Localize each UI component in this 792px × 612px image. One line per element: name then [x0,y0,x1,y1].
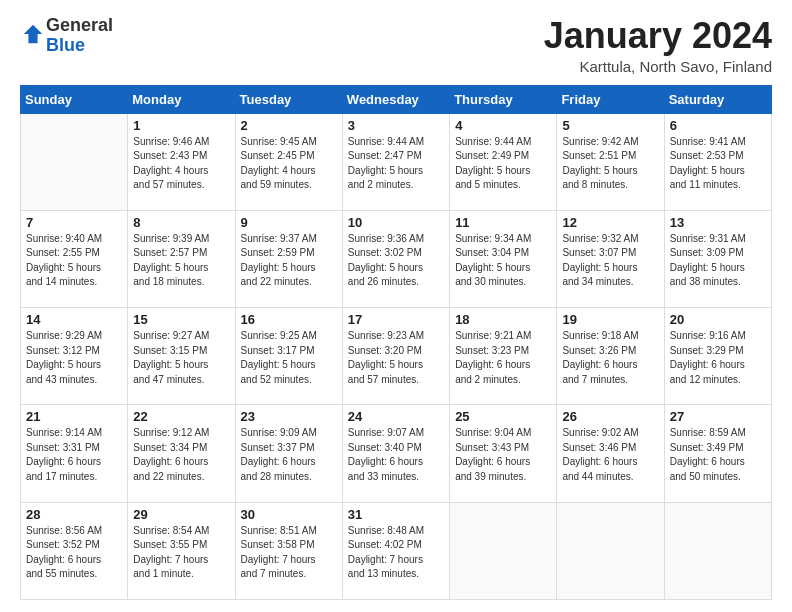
day-number: 11 [455,215,551,230]
table-row: 21Sunrise: 9:14 AM Sunset: 3:31 PM Dayli… [21,405,128,502]
day-number: 10 [348,215,444,230]
day-number: 6 [670,118,766,133]
day-number: 17 [348,312,444,327]
header: General Blue January 2024 Karttula, Nort… [20,16,772,75]
col-tuesday: Tuesday [235,85,342,113]
day-info: Sunrise: 9:32 AM Sunset: 3:07 PM Dayligh… [562,232,658,290]
location: Karttula, North Savo, Finland [544,58,772,75]
day-number: 8 [133,215,229,230]
day-info: Sunrise: 9:14 AM Sunset: 3:31 PM Dayligh… [26,426,122,484]
day-info: Sunrise: 9:45 AM Sunset: 2:45 PM Dayligh… [241,135,337,193]
day-info: Sunrise: 9:23 AM Sunset: 3:20 PM Dayligh… [348,329,444,387]
day-info: Sunrise: 9:04 AM Sunset: 3:43 PM Dayligh… [455,426,551,484]
table-row: 19Sunrise: 9:18 AM Sunset: 3:26 PM Dayli… [557,308,664,405]
day-info: Sunrise: 9:21 AM Sunset: 3:23 PM Dayligh… [455,329,551,387]
day-info: Sunrise: 9:40 AM Sunset: 2:55 PM Dayligh… [26,232,122,290]
day-number: 12 [562,215,658,230]
logo-text: General Blue [46,16,113,56]
table-row: 22Sunrise: 9:12 AM Sunset: 3:34 PM Dayli… [128,405,235,502]
day-number: 21 [26,409,122,424]
day-number: 26 [562,409,658,424]
table-row: 31Sunrise: 8:48 AM Sunset: 4:02 PM Dayli… [342,502,449,599]
logo-blue-text: Blue [46,35,85,55]
day-number: 19 [562,312,658,327]
day-info: Sunrise: 8:54 AM Sunset: 3:55 PM Dayligh… [133,524,229,582]
table-row [557,502,664,599]
logo-general-text: General [46,15,113,35]
col-friday: Friday [557,85,664,113]
table-row: 20Sunrise: 9:16 AM Sunset: 3:29 PM Dayli… [664,308,771,405]
day-number: 2 [241,118,337,133]
logo-icon [22,23,44,45]
day-info: Sunrise: 9:34 AM Sunset: 3:04 PM Dayligh… [455,232,551,290]
week-row-0: 1Sunrise: 9:46 AM Sunset: 2:43 PM Daylig… [21,113,772,210]
day-info: Sunrise: 9:46 AM Sunset: 2:43 PM Dayligh… [133,135,229,193]
table-row: 14Sunrise: 9:29 AM Sunset: 3:12 PM Dayli… [21,308,128,405]
table-row [664,502,771,599]
day-number: 18 [455,312,551,327]
table-row: 25Sunrise: 9:04 AM Sunset: 3:43 PM Dayli… [450,405,557,502]
table-row: 10Sunrise: 9:36 AM Sunset: 3:02 PM Dayli… [342,210,449,307]
day-number: 5 [562,118,658,133]
day-number: 20 [670,312,766,327]
table-row [450,502,557,599]
table-row: 5Sunrise: 9:42 AM Sunset: 2:51 PM Daylig… [557,113,664,210]
day-info: Sunrise: 9:44 AM Sunset: 2:47 PM Dayligh… [348,135,444,193]
table-row: 18Sunrise: 9:21 AM Sunset: 3:23 PM Dayli… [450,308,557,405]
title-block: January 2024 Karttula, North Savo, Finla… [544,16,772,75]
table-row: 3Sunrise: 9:44 AM Sunset: 2:47 PM Daylig… [342,113,449,210]
calendar-table: Sunday Monday Tuesday Wednesday Thursday… [20,85,772,600]
table-row: 4Sunrise: 9:44 AM Sunset: 2:49 PM Daylig… [450,113,557,210]
week-row-4: 28Sunrise: 8:56 AM Sunset: 3:52 PM Dayli… [21,502,772,599]
day-info: Sunrise: 9:02 AM Sunset: 3:46 PM Dayligh… [562,426,658,484]
table-row: 27Sunrise: 8:59 AM Sunset: 3:49 PM Dayli… [664,405,771,502]
col-saturday: Saturday [664,85,771,113]
col-thursday: Thursday [450,85,557,113]
week-row-3: 21Sunrise: 9:14 AM Sunset: 3:31 PM Dayli… [21,405,772,502]
header-row: Sunday Monday Tuesday Wednesday Thursday… [21,85,772,113]
table-row: 13Sunrise: 9:31 AM Sunset: 3:09 PM Dayli… [664,210,771,307]
table-row: 9Sunrise: 9:37 AM Sunset: 2:59 PM Daylig… [235,210,342,307]
day-number: 16 [241,312,337,327]
day-number: 14 [26,312,122,327]
day-number: 9 [241,215,337,230]
day-info: Sunrise: 9:27 AM Sunset: 3:15 PM Dayligh… [133,329,229,387]
table-row: 11Sunrise: 9:34 AM Sunset: 3:04 PM Dayli… [450,210,557,307]
table-row: 2Sunrise: 9:45 AM Sunset: 2:45 PM Daylig… [235,113,342,210]
day-info: Sunrise: 9:09 AM Sunset: 3:37 PM Dayligh… [241,426,337,484]
day-info: Sunrise: 8:59 AM Sunset: 3:49 PM Dayligh… [670,426,766,484]
table-row: 28Sunrise: 8:56 AM Sunset: 3:52 PM Dayli… [21,502,128,599]
logo: General Blue [20,16,113,56]
day-number: 7 [26,215,122,230]
day-info: Sunrise: 8:51 AM Sunset: 3:58 PM Dayligh… [241,524,337,582]
table-row: 7Sunrise: 9:40 AM Sunset: 2:55 PM Daylig… [21,210,128,307]
day-info: Sunrise: 9:18 AM Sunset: 3:26 PM Dayligh… [562,329,658,387]
day-number: 13 [670,215,766,230]
calendar-body: 1Sunrise: 9:46 AM Sunset: 2:43 PM Daylig… [21,113,772,599]
table-row: 16Sunrise: 9:25 AM Sunset: 3:17 PM Dayli… [235,308,342,405]
day-info: Sunrise: 9:37 AM Sunset: 2:59 PM Dayligh… [241,232,337,290]
col-wednesday: Wednesday [342,85,449,113]
day-number: 15 [133,312,229,327]
day-number: 28 [26,507,122,522]
day-number: 31 [348,507,444,522]
day-number: 23 [241,409,337,424]
day-info: Sunrise: 9:12 AM Sunset: 3:34 PM Dayligh… [133,426,229,484]
day-info: Sunrise: 9:31 AM Sunset: 3:09 PM Dayligh… [670,232,766,290]
month-title: January 2024 [544,16,772,56]
day-info: Sunrise: 9:29 AM Sunset: 3:12 PM Dayligh… [26,329,122,387]
day-number: 29 [133,507,229,522]
col-sunday: Sunday [21,85,128,113]
day-info: Sunrise: 9:42 AM Sunset: 2:51 PM Dayligh… [562,135,658,193]
table-row: 26Sunrise: 9:02 AM Sunset: 3:46 PM Dayli… [557,405,664,502]
week-row-2: 14Sunrise: 9:29 AM Sunset: 3:12 PM Dayli… [21,308,772,405]
day-info: Sunrise: 9:07 AM Sunset: 3:40 PM Dayligh… [348,426,444,484]
day-info: Sunrise: 9:41 AM Sunset: 2:53 PM Dayligh… [670,135,766,193]
table-row: 6Sunrise: 9:41 AM Sunset: 2:53 PM Daylig… [664,113,771,210]
day-info: Sunrise: 9:16 AM Sunset: 3:29 PM Dayligh… [670,329,766,387]
page: General Blue January 2024 Karttula, Nort… [0,0,792,612]
table-row: 30Sunrise: 8:51 AM Sunset: 3:58 PM Dayli… [235,502,342,599]
table-row: 15Sunrise: 9:27 AM Sunset: 3:15 PM Dayli… [128,308,235,405]
day-number: 3 [348,118,444,133]
day-info: Sunrise: 8:56 AM Sunset: 3:52 PM Dayligh… [26,524,122,582]
